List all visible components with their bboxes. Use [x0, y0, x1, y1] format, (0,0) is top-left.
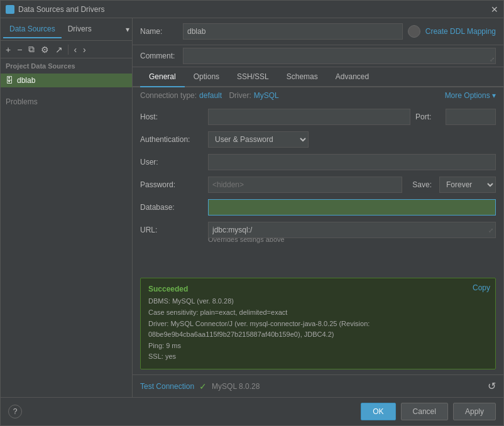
problems-label: Problems: [6, 97, 38, 106]
dialog-footer: ? OK Cancel Apply: [1, 397, 503, 425]
host-port-row: Host: Port:: [140, 109, 496, 125]
name-label: Name:: [140, 27, 178, 36]
problems-section: Problems: [1, 92, 132, 111]
password-label: Password:: [140, 180, 203, 189]
dialog-title: Data Sources and Drivers: [18, 5, 104, 14]
remove-button[interactable]: −: [14, 43, 25, 56]
driver-label: Driver:: [229, 91, 251, 100]
refresh-button[interactable]: ↺: [488, 380, 496, 392]
back-button[interactable]: ‹: [71, 43, 79, 56]
success-header: Succeeded: [148, 285, 488, 293]
tab-drivers[interactable]: Drivers: [62, 21, 98, 38]
toolbar-separator: [68, 45, 68, 55]
tree-item-label: dblab: [17, 76, 35, 85]
add-button[interactable]: +: [3, 43, 13, 56]
database-label: Database:: [140, 203, 203, 212]
left-toolbar: + − ⧉ ⚙ ↗ ‹ ›: [1, 41, 132, 58]
auth-select[interactable]: User & Password: [208, 131, 309, 148]
success-box: Succeeded Copy DBMS: MySQL (ver. 8.0.28)…: [140, 278, 496, 369]
port-label: Port:: [415, 112, 441, 121]
form-area: Host: Port: Authentication: User & Passw…: [133, 104, 503, 278]
bottom-bar: Test Connection ✓ MySQL 8.0.28 ↺: [133, 374, 503, 397]
create-ddl-link[interactable]: Create DDL Mapping: [425, 27, 496, 36]
success-content: DBMS: MySQL (ver. 8.0.28) Case sensitivi…: [148, 296, 488, 363]
success-line2: Case sensitivity: plain=exact, delimited…: [148, 307, 488, 319]
circle-button[interactable]: [408, 25, 420, 38]
save-label: Save:: [412, 180, 432, 189]
dialog-root: Data Sources and Drivers ✕ Data Sources …: [0, 0, 504, 426]
tab-data-sources[interactable]: Data Sources: [3, 21, 62, 38]
connection-type-label: Connection type:: [140, 91, 197, 100]
comment-row: Comment: ⤢: [133, 45, 503, 67]
tab-advanced[interactable]: Advanced: [327, 67, 378, 87]
tab-general[interactable]: General: [140, 67, 185, 87]
dialog-icon: [6, 5, 14, 14]
success-line3: Driver: MySQL Connector/J (ver. mysql-co…: [148, 319, 488, 330]
url-label: URL:: [140, 226, 203, 234]
auth-label: Authentication:: [140, 135, 203, 144]
url-row: URL: ⤢: [140, 222, 496, 238]
auth-row: Authentication: User & Password: [140, 131, 496, 148]
name-input[interactable]: [183, 23, 403, 40]
success-line5: Ping: 9 ms: [148, 341, 488, 352]
ok-button[interactable]: OK: [361, 403, 395, 420]
expand-icon: ⤢: [490, 56, 495, 63]
user-row: User:: [140, 154, 496, 170]
right-panel: Name: Create DDL Mapping Comment: ⤢ Gene…: [133, 18, 503, 397]
success-line4: 08be9e9b4cba6aa115f9b27b215887af40b159e0…: [148, 329, 488, 341]
comment-input[interactable]: [183, 48, 496, 64]
tree-item-dblab[interactable]: 🗄 dblab: [1, 74, 132, 87]
comment-label: Comment:: [140, 52, 178, 60]
success-line1: DBMS: MySQL (ver. 8.0.28): [148, 296, 488, 307]
host-input[interactable]: [208, 109, 410, 125]
password-row: Password: Save: Forever: [140, 177, 496, 193]
title-bar-left: Data Sources and Drivers: [6, 5, 104, 14]
connection-info-row: Connection type: default Driver: MySQL M…: [133, 87, 503, 104]
password-input[interactable]: [208, 177, 402, 193]
database-input[interactable]: [208, 199, 496, 216]
cancel-button[interactable]: Cancel: [401, 403, 448, 420]
settings-button[interactable]: ⚙: [38, 43, 52, 56]
tab-ssh-ssl[interactable]: SSH/SSL: [228, 67, 278, 87]
copy-button[interactable]: ⧉: [26, 43, 37, 56]
connection-type-value[interactable]: default: [199, 91, 222, 100]
url-section: URL: ⤢ Overrides settings above: [140, 222, 496, 243]
success-line6: SSL: yes: [148, 351, 488, 363]
main-content: Data Sources Drivers ▾ + − ⧉ ⚙ ↗ ‹ › Pro…: [1, 18, 503, 397]
tab-options[interactable]: Options: [185, 67, 228, 87]
check-mark-icon: ✓: [199, 381, 207, 391]
left-panel: Data Sources Drivers ▾ + − ⧉ ⚙ ↗ ‹ › Pro…: [1, 18, 133, 397]
copy-button[interactable]: Copy: [473, 283, 490, 292]
title-bar: Data Sources and Drivers ✕: [1, 1, 503, 18]
host-label: Host:: [140, 112, 203, 121]
url-input-wrap: ⤢: [208, 222, 496, 238]
save-select[interactable]: Forever: [439, 177, 496, 193]
test-connection-button[interactable]: Test Connection: [140, 382, 194, 391]
user-label: User:: [140, 158, 203, 167]
tab-dropdown-arrow[interactable]: ▾: [126, 25, 129, 34]
url-expand-icon: ⤢: [488, 227, 493, 234]
comment-input-wrap: ⤢: [183, 48, 496, 64]
database-row: Database:: [140, 199, 496, 216]
project-data-sources-label: Project Data Sources: [1, 58, 132, 74]
url-input[interactable]: [208, 222, 496, 238]
driver-value[interactable]: MySQL: [254, 91, 279, 100]
port-input[interactable]: [446, 109, 496, 125]
user-input[interactable]: [208, 154, 496, 170]
export-button[interactable]: ↗: [53, 43, 65, 56]
top-tabs: Data Sources Drivers ▾: [1, 18, 132, 41]
more-options-link[interactable]: More Options ▾: [445, 91, 496, 100]
db-icon: 🗄: [6, 76, 13, 85]
tabs-row: General Options SSH/SSL Schemas Advanced: [133, 67, 503, 87]
apply-button[interactable]: Apply: [453, 403, 496, 420]
tab-schemas[interactable]: Schemas: [278, 67, 327, 87]
close-button[interactable]: ✕: [491, 5, 498, 14]
name-row: Name: Create DDL Mapping: [133, 18, 503, 45]
mysql-version-label: MySQL 8.0.28: [212, 382, 260, 391]
help-button[interactable]: ?: [8, 405, 22, 418]
forward-button[interactable]: ›: [80, 43, 89, 56]
